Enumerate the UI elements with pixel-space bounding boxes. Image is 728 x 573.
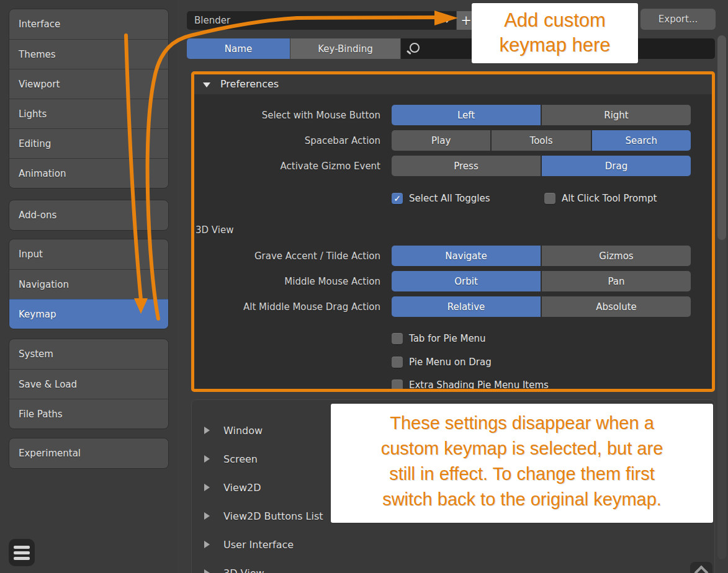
annotation-line: switch back to the original keymap. — [331, 487, 713, 512]
segment-option-drag[interactable]: Drag — [542, 156, 691, 176]
keymap-section-user-interface[interactable]: User Interface — [192, 530, 714, 559]
sidebar-item-experimental[interactable]: Experimental — [9, 438, 168, 468]
segment-option-right[interactable]: Right — [542, 105, 691, 125]
toggle-label: Tab for Pie Menu — [409, 333, 486, 344]
chevron-down-icon — [444, 19, 450, 23]
sidebar-item-keymap[interactable]: Keymap — [9, 299, 168, 329]
pref-row: Spacebar ActionPlayToolsSearch — [194, 130, 712, 151]
checkbox-unchecked[interactable] — [544, 193, 555, 204]
sidebar-item-input[interactable]: Input — [9, 239, 168, 269]
segment-option-search[interactable]: Search — [592, 130, 691, 151]
pref-row-label: Middle Mouse Action — [194, 276, 380, 287]
segment-option-relative[interactable]: Relative — [392, 296, 541, 317]
segment-option-orbit[interactable]: Orbit — [392, 271, 541, 291]
toggle-label: Alt Click Tool Prompt — [562, 193, 657, 204]
keymap-dropdown[interactable]: Blender — [187, 11, 456, 30]
sidebar-group: InterfaceThemesViewportLightsEditingAnim… — [9, 9, 169, 189]
menu-button[interactable] — [9, 539, 35, 566]
toggle-label: Select All Toggles — [409, 193, 490, 204]
sidebar-group: Add-ons — [9, 200, 169, 231]
keymap-section-label: Screen — [223, 453, 258, 465]
annotation-line: custom keymap is selected, but are — [331, 436, 713, 461]
preferences-sidebar: InterfaceThemesViewportLightsEditingAnim… — [0, 0, 177, 573]
segment-option-pan[interactable]: Pan — [542, 271, 691, 291]
pref-row: Alt Middle Mouse Drag ActionRelativeAbso… — [194, 296, 712, 317]
segment-option-tools[interactable]: Tools — [492, 130, 590, 151]
sidebar-group: Experimental — [9, 438, 169, 469]
segmented-control: RelativeAbsolute — [392, 296, 691, 317]
scrollbar-thumb[interactable] — [717, 35, 726, 240]
panel-title: Preferences — [220, 74, 279, 94]
annotation-line: still in effect. To change them first — [331, 461, 713, 487]
sidebar-item-viewport[interactable]: Viewport — [9, 69, 168, 99]
pref-row: Middle Mouse ActionOrbitPan — [194, 271, 712, 291]
sidebar-group: SystemSave & LoadFile Paths — [9, 339, 169, 429]
sidebar-item-file-paths[interactable]: File Paths — [9, 399, 168, 429]
checkbox-unchecked[interactable] — [392, 357, 403, 368]
checkbox-unchecked[interactable] — [392, 333, 403, 344]
toggle-alt-click-tool-prompt[interactable]: Alt Click Tool Prompt — [544, 192, 657, 205]
pref-row-label: Alt Middle Mouse Drag Action — [194, 301, 380, 313]
segment-option-play[interactable]: Play — [392, 130, 490, 151]
checkbox-unchecked[interactable] — [392, 380, 403, 391]
segment-option-gizmos[interactable]: Gizmos — [542, 246, 691, 266]
chevron-up-icon — [694, 566, 709, 573]
sidebar-item-add-ons[interactable]: Add-ons — [9, 200, 168, 230]
sidebar-item-system[interactable]: System — [9, 339, 168, 369]
sidebar-item-themes[interactable]: Themes — [9, 39, 168, 69]
export-button[interactable]: Export... — [640, 9, 716, 30]
panel-collapse-icon[interactable] — [203, 82, 210, 87]
annotation-line: keymap here — [472, 33, 638, 58]
pref-row-label: Activate Gizmo Event — [194, 161, 380, 172]
segment-option-left[interactable]: Left — [392, 105, 541, 125]
segmented-control: NavigateGizmos — [392, 246, 691, 266]
panel-header[interactable]: Preferences — [194, 74, 712, 94]
expand-triangle-icon[interactable] — [204, 541, 210, 548]
toggle-extra-shading-pie-menu-items[interactable]: Extra Shading Pie Menu Items — [392, 379, 549, 391]
keymap-section-label: User Interface — [223, 539, 294, 551]
search-icon — [410, 43, 420, 53]
keymap-section-3d-view[interactable]: 3D View — [192, 559, 714, 573]
pref-row: Select with Mouse ButtonLeftRight — [194, 105, 712, 125]
tab-name[interactable]: Name — [187, 38, 290, 59]
annotation-settings-note: These settings disappear when acustom ke… — [331, 404, 713, 523]
segmented-control: LeftRight — [392, 105, 691, 125]
preferences-panel: Preferences Select with Mouse ButtonLeft… — [191, 71, 715, 392]
tab-key-binding[interactable]: Key-Binding — [290, 38, 400, 59]
segment-option-absolute[interactable]: Absolute — [542, 296, 691, 317]
segment-option-navigate[interactable]: Navigate — [392, 246, 541, 266]
pref-row-label: Grave Accent / Tilde Action — [194, 251, 380, 262]
sidebar-group: InputNavigationKeymap — [9, 239, 169, 329]
sidebar-item-editing[interactable]: Editing — [9, 128, 168, 158]
sidebar-item-save-load[interactable]: Save & Load — [9, 369, 168, 399]
keymap-section-label: 3D View — [223, 567, 264, 573]
toggle-tab-for-pie-menu[interactable]: Tab for Pie Menu — [392, 332, 486, 345]
scroll-up-button[interactable] — [690, 562, 712, 573]
expand-triangle-icon[interactable] — [204, 427, 210, 434]
sidebar-item-interface[interactable]: Interface — [9, 9, 168, 39]
pref-row-label: Spacebar Action — [194, 135, 380, 146]
sidebar-item-navigation[interactable]: Navigation — [9, 269, 168, 299]
sidebar-item-lights[interactable]: Lights — [9, 99, 168, 128]
segmented-control: PressDrag — [392, 156, 691, 176]
pref-row: Grave Accent / Tilde ActionNavigateGizmo… — [194, 246, 712, 266]
expand-triangle-icon[interactable] — [204, 484, 210, 491]
section-label-3d-view: 3D View — [195, 224, 233, 236]
annotation-add-keymap: Add customkeymap here — [472, 3, 638, 63]
segmented-control: PlayToolsSearch — [392, 130, 691, 151]
keymap-section-label: View2D Buttons List — [223, 510, 323, 522]
sidebar-item-animation[interactable]: Animation — [9, 158, 168, 188]
segmented-control: OrbitPan — [392, 271, 691, 291]
toggle-pie-menu-on-drag[interactable]: Pie Menu on Drag — [392, 356, 492, 368]
keymap-dropdown-value: Blender — [194, 15, 230, 26]
expand-triangle-icon[interactable] — [204, 512, 210, 520]
checkbox-checked[interactable]: ✓ — [392, 193, 403, 204]
pref-row: Activate Gizmo EventPressDrag — [194, 156, 712, 176]
pref-row-label: Select with Mouse Button — [194, 110, 380, 121]
annotation-line: These settings disappear when a — [331, 411, 713, 436]
expand-triangle-icon[interactable] — [204, 455, 210, 463]
toggle-select-all-toggles[interactable]: ✓Select All Toggles — [392, 192, 490, 205]
keymap-section-label: View2D — [223, 482, 261, 494]
segment-option-press[interactable]: Press — [392, 156, 541, 176]
expand-triangle-icon[interactable] — [204, 569, 210, 573]
